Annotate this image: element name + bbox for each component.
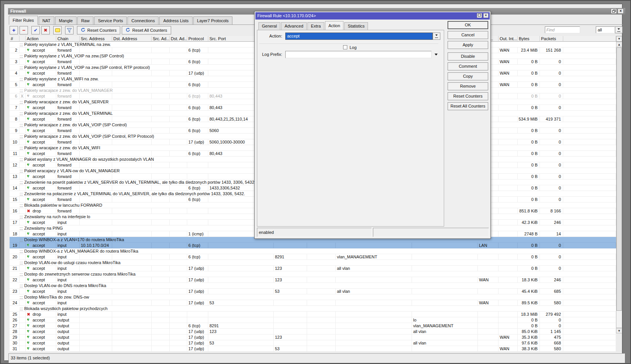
comment-row[interactable]: ;;; Dostep VLAN-ow do DNS routera MikroT… <box>10 283 616 289</box>
rule-row[interactable]: 21acceptinput17 (udp)123all vlan0 B0 <box>10 266 616 271</box>
column-header-src-address[interactable]: Src. Address <box>80 36 112 42</box>
dialog-tab-general[interactable]: General <box>258 22 280 30</box>
comment-button[interactable] <box>53 26 62 34</box>
reset-counters-button[interactable]: Reset Counters <box>77 26 120 34</box>
column-header-src-ad[interactable]: Src. Ad... <box>152 36 170 42</box>
log-prefix-dropdown-icon[interactable] <box>435 54 438 57</box>
filter-button[interactable] <box>65 26 74 34</box>
column-header-bytes[interactable]: Bytes <box>518 36 540 42</box>
scrollbar-up-button[interactable]: ▲ <box>616 42 622 47</box>
cell-bytes: 85.0 KiB <box>518 329 540 334</box>
column-header-chain[interactable]: Chain <box>56 36 80 42</box>
column-header-out-list[interactable]: Out. Int... <box>499 36 518 42</box>
cell-src-address <box>80 116 112 122</box>
find-input[interactable] <box>545 26 580 33</box>
column-options-button[interactable]: ▼ <box>616 36 622 42</box>
action-combobox[interactable]: accept <box>285 33 433 40</box>
cell-dst-address <box>112 220 152 225</box>
column-header-packets[interactable]: Packets <box>540 36 563 42</box>
log-checkbox[interactable] <box>343 45 347 49</box>
cell-dst-ad <box>170 312 187 317</box>
ok-button[interactable]: OK <box>448 21 488 29</box>
tab-service-ports[interactable]: Service Ports <box>94 16 127 24</box>
cell-protocol: 17 (udp) <box>187 289 208 294</box>
disable-button[interactable]: Disable <box>448 52 488 60</box>
column-header-dst-address[interactable]: Dst. Address <box>112 36 152 42</box>
rule-row[interactable]: 30acceptoutput17 (udp)53all vlan97.6 KiB… <box>10 340 616 346</box>
rule-row[interactable]: 22acceptinput17 (udp)123WAN18.3 KiB246 <box>10 277 616 283</box>
cell-filler <box>563 208 616 214</box>
cell-num: 18 <box>10 231 20 237</box>
comment-button[interactable]: Comment <box>448 62 488 70</box>
comment-row[interactable]: ;;; Dostep VLAN-ow do uslugi czasu route… <box>10 260 616 266</box>
rule-row[interactable]: 26acceptoutputlo0 B0 <box>10 317 616 323</box>
dialog-tab-extra[interactable]: Extra <box>307 22 324 30</box>
column-header-dst-ad[interactable]: Dst. Ad... <box>170 36 187 42</box>
rule-row[interactable]: 29acceptoutput17 (udp)123WAN35.3 KiB475 <box>10 335 616 340</box>
cell-in-list <box>478 329 499 334</box>
comment-row[interactable]: ;;; Dostep WINBOX-a z VLAN_MANAGER do ro… <box>10 248 616 254</box>
dialog-tab-advanced[interactable]: Advanced <box>281 22 307 30</box>
dialog-titlebar[interactable]: Firewall Rule <10.10.170.0/24> <box>255 12 490 20</box>
cell-dst-ad <box>170 266 187 271</box>
rule-row[interactable]: 23acceptinput17 (udp)53all vlan45.4 KiB6… <box>10 289 616 294</box>
cell-protocol <box>187 220 208 225</box>
cell-flags <box>20 185 26 191</box>
comment-row[interactable]: ;;; Blokada wszystkich pakietow przychod… <box>10 306 616 312</box>
reset-all-counters-button[interactable]: Reset All Counters <box>122 26 171 34</box>
comment-row[interactable]: ;;; Dostep do zewnetrznych serwerow czas… <box>10 271 616 277</box>
column-header-flags[interactable] <box>20 36 26 42</box>
cell-packets: 0 <box>540 59 563 64</box>
comment-row[interactable]: ;;; Dostep MikroTika do zew. DNS-ow <box>10 294 616 300</box>
disable-rule-button[interactable]: ✖ <box>41 26 50 34</box>
scrollbar-down-button[interactable]: ▼ <box>616 328 622 333</box>
dialog-restore-button[interactable] <box>477 13 482 18</box>
dialog-close-icon[interactable]: × <box>483 13 489 18</box>
comment-text: Blokada pakietów w lancuchu FORWARD <box>24 203 102 207</box>
tab-layer7-protocols[interactable]: Layer7 Protocols <box>193 16 233 24</box>
add-rule-button[interactable]: + <box>10 26 18 34</box>
column-header-num[interactable]: # <box>10 36 20 42</box>
comment-marker: ;;; <box>20 65 24 70</box>
restore-button[interactable] <box>611 8 617 14</box>
log-prefix-input[interactable] <box>285 51 432 58</box>
column-header-protocol[interactable]: Protocol <box>187 36 208 42</box>
apply-button[interactable]: Apply <box>448 41 488 49</box>
tab-filter-rules[interactable]: Filter Rules <box>9 16 38 25</box>
column-header-filler[interactable] <box>563 36 616 42</box>
rule-row[interactable]: 20acceptinput6 (tcp)8291vlan_MANAGEMENT0… <box>10 254 616 260</box>
tab-address-lists[interactable]: Address Lists <box>159 16 192 24</box>
dialog-tab-statistics[interactable]: Statistics <box>344 22 368 30</box>
cell-dst-address <box>112 116 152 122</box>
cell-src-ad <box>152 93 170 99</box>
filter-scope-dropdown-button[interactable] <box>615 26 623 33</box>
tab-nat[interactable]: NAT <box>39 16 54 24</box>
tab-raw[interactable]: Raw <box>77 16 93 24</box>
rule-row[interactable]: 27acceptoutput6 (tcp)8291vlan_MANAGEMENT… <box>10 323 616 329</box>
scrollbar-thumb[interactable] <box>616 47 622 311</box>
cell-protocol: 6 (tcp) <box>187 47 208 53</box>
cell-src-address <box>80 317 112 323</box>
reset-all-counters-button[interactable]: Reset All Counters <box>448 102 488 110</box>
rule-row[interactable]: 31acceptoutput17 (udp)53WAN38.3 KiB580 <box>10 346 616 352</box>
cell-filler <box>563 346 616 351</box>
enable-rule-button[interactable]: ✔ <box>31 26 40 34</box>
cell-num: 17 <box>10 220 20 225</box>
filter-scope-value[interactable]: all <box>596 26 615 33</box>
tab-connections[interactable]: Connections <box>128 16 159 24</box>
remove-button[interactable]: Remove <box>448 82 488 90</box>
tab-mangle[interactable]: Mangle <box>55 16 77 24</box>
close-icon[interactable]: × <box>618 8 624 14</box>
reset-counters-button[interactable]: Reset Counters <box>448 92 488 100</box>
column-header-action[interactable]: Action <box>26 36 56 42</box>
rule-row[interactable]: 25dropinput18.3 MiB279 492 <box>10 312 616 317</box>
rule-row[interactable]: 24acceptinput17 (udp)53WAN89.5 KiB580 <box>10 300 616 306</box>
rule-row[interactable]: 19acceptinput10.10.170.0/246 (tcp)LAN0 B… <box>10 243 616 248</box>
remove-rule-button[interactable]: − <box>20 26 28 34</box>
cancel-button[interactable]: Cancel <box>448 31 488 39</box>
cell-num: 3 <box>10 59 20 64</box>
rule-row[interactable]: 28acceptoutput17 (udp)123all vlan85.0 Ki… <box>10 329 616 335</box>
copy-button[interactable]: Copy <box>448 72 488 80</box>
action-dropdown-button[interactable] <box>433 33 440 40</box>
dialog-tab-action[interactable]: Action <box>325 21 344 30</box>
